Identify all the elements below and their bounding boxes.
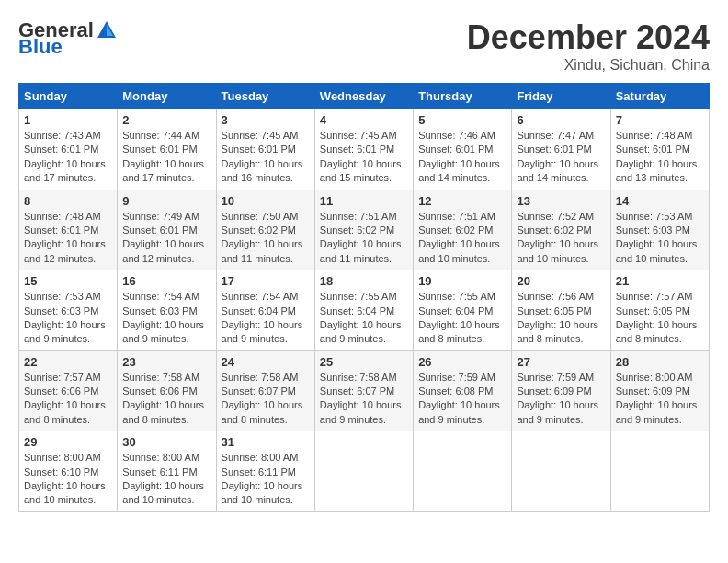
calendar-cell: 26 Sunrise: 7:59 AMSunset: 6:08 PMDaylig… <box>414 350 512 431</box>
day-number: 8 <box>24 194 112 208</box>
day-number: 11 <box>320 194 408 208</box>
calendar-cell <box>610 431 709 512</box>
day-number: 6 <box>517 113 605 127</box>
calendar-week-row: 22 Sunrise: 7:57 AMSunset: 6:06 PMDaylig… <box>19 350 710 431</box>
calendar-week-row: 1 Sunrise: 7:43 AMSunset: 6:01 PMDayligh… <box>19 109 710 190</box>
day-info: Sunrise: 7:58 AMSunset: 6:07 PMDaylight:… <box>222 372 303 425</box>
day-info: Sunrise: 7:51 AMSunset: 6:02 PMDaylight:… <box>320 211 402 264</box>
day-number: 24 <box>222 355 310 369</box>
calendar-cell: 8 Sunrise: 7:48 AMSunset: 6:01 PMDayligh… <box>19 190 118 270</box>
calendar-header-row: SundayMondayTuesdayWednesdayThursdayFrid… <box>19 84 710 109</box>
calendar-cell: 18 Sunrise: 7:55 AMSunset: 6:04 PMDaylig… <box>314 270 413 351</box>
day-info: Sunrise: 7:58 AMSunset: 6:06 PMDaylight:… <box>122 372 204 425</box>
calendar-week-row: 15 Sunrise: 7:53 AMSunset: 6:03 PMDaylig… <box>19 270 710 351</box>
day-info: Sunrise: 7:56 AMSunset: 6:05 PMDaylight:… <box>517 291 598 344</box>
logo: General Blue <box>18 18 118 59</box>
day-number: 30 <box>122 435 210 449</box>
logo-icon <box>96 19 118 41</box>
day-info: Sunrise: 7:44 AMSunset: 6:01 PMDaylight:… <box>122 130 204 183</box>
day-number: 27 <box>517 355 605 369</box>
day-number: 4 <box>320 113 408 127</box>
day-info: Sunrise: 7:48 AMSunset: 6:01 PMDaylight:… <box>24 211 106 264</box>
day-info: Sunrise: 7:53 AMSunset: 6:03 PMDaylight:… <box>616 211 698 264</box>
calendar-week-row: 8 Sunrise: 7:48 AMSunset: 6:01 PMDayligh… <box>19 190 710 270</box>
day-number: 26 <box>418 355 506 369</box>
day-info: Sunrise: 7:54 AMSunset: 6:04 PMDaylight:… <box>222 291 303 344</box>
calendar-cell <box>414 431 512 512</box>
title-block: December 2024 Xindu, Sichuan, China <box>467 18 710 74</box>
day-number: 17 <box>222 274 310 288</box>
day-info: Sunrise: 7:55 AMSunset: 6:04 PMDaylight:… <box>320 291 402 344</box>
calendar-header-tuesday: Tuesday <box>216 84 314 109</box>
calendar-week-row: 29 Sunrise: 8:00 AMSunset: 6:10 PMDaylig… <box>19 431 710 512</box>
calendar-cell: 22 Sunrise: 7:57 AMSunset: 6:06 PMDaylig… <box>19 350 118 431</box>
calendar-cell: 16 Sunrise: 7:54 AMSunset: 6:03 PMDaylig… <box>118 270 216 351</box>
calendar-cell: 5 Sunrise: 7:46 AMSunset: 6:01 PMDayligh… <box>414 109 512 190</box>
calendar-cell: 15 Sunrise: 7:53 AMSunset: 6:03 PMDaylig… <box>19 270 118 351</box>
calendar-cell: 6 Sunrise: 7:47 AMSunset: 6:01 PMDayligh… <box>512 109 610 190</box>
day-number: 18 <box>320 274 408 288</box>
day-info: Sunrise: 8:00 AMSunset: 6:11 PMDaylight:… <box>222 452 303 505</box>
day-number: 2 <box>122 113 210 127</box>
day-number: 16 <box>122 274 210 288</box>
day-info: Sunrise: 7:43 AMSunset: 6:01 PMDaylight:… <box>24 130 106 183</box>
calendar-cell: 31 Sunrise: 8:00 AMSunset: 6:11 PMDaylig… <box>216 431 314 512</box>
day-info: Sunrise: 7:49 AMSunset: 6:01 PMDaylight:… <box>122 211 204 264</box>
day-number: 13 <box>517 194 605 208</box>
day-info: Sunrise: 7:57 AMSunset: 6:06 PMDaylight:… <box>24 372 106 425</box>
calendar-cell: 13 Sunrise: 7:52 AMSunset: 6:02 PMDaylig… <box>512 190 610 270</box>
day-number: 31 <box>222 435 310 449</box>
logo-blue-text: Blue <box>18 35 63 59</box>
day-number: 29 <box>24 435 112 449</box>
calendar-cell: 1 Sunrise: 7:43 AMSunset: 6:01 PMDayligh… <box>19 109 118 190</box>
day-info: Sunrise: 7:54 AMSunset: 6:03 PMDaylight:… <box>122 291 204 344</box>
day-number: 3 <box>222 113 310 127</box>
day-info: Sunrise: 7:45 AMSunset: 6:01 PMDaylight:… <box>222 130 303 183</box>
day-number: 20 <box>517 274 605 288</box>
calendar-header-wednesday: Wednesday <box>314 84 413 109</box>
location: Xindu, Sichuan, China <box>467 57 710 74</box>
day-number: 9 <box>122 194 210 208</box>
day-number: 19 <box>418 274 506 288</box>
calendar-cell: 21 Sunrise: 7:57 AMSunset: 6:05 PMDaylig… <box>610 270 709 351</box>
day-info: Sunrise: 7:46 AMSunset: 6:01 PMDaylight:… <box>418 130 500 183</box>
month-title: December 2024 <box>467 18 710 57</box>
calendar-cell: 2 Sunrise: 7:44 AMSunset: 6:01 PMDayligh… <box>118 109 216 190</box>
day-info: Sunrise: 7:55 AMSunset: 6:04 PMDaylight:… <box>418 291 500 344</box>
day-number: 23 <box>122 355 210 369</box>
day-number: 21 <box>616 274 704 288</box>
page-header: General Blue December 2024 Xindu, Sichua… <box>18 18 710 74</box>
day-info: Sunrise: 7:59 AMSunset: 6:09 PMDaylight:… <box>517 372 598 425</box>
day-info: Sunrise: 7:50 AMSunset: 6:02 PMDaylight:… <box>222 211 303 264</box>
day-info: Sunrise: 7:45 AMSunset: 6:01 PMDaylight:… <box>320 130 402 183</box>
calendar-cell: 23 Sunrise: 7:58 AMSunset: 6:06 PMDaylig… <box>118 350 216 431</box>
calendar-cell: 17 Sunrise: 7:54 AMSunset: 6:04 PMDaylig… <box>216 270 314 351</box>
day-info: Sunrise: 7:48 AMSunset: 6:01 PMDaylight:… <box>616 130 698 183</box>
calendar-cell: 30 Sunrise: 8:00 AMSunset: 6:11 PMDaylig… <box>118 431 216 512</box>
calendar-table: SundayMondayTuesdayWednesdayThursdayFrid… <box>18 83 710 512</box>
day-info: Sunrise: 7:57 AMSunset: 6:05 PMDaylight:… <box>616 291 698 344</box>
calendar-cell: 19 Sunrise: 7:55 AMSunset: 6:04 PMDaylig… <box>414 270 512 351</box>
calendar-cell: 27 Sunrise: 7:59 AMSunset: 6:09 PMDaylig… <box>512 350 610 431</box>
day-number: 10 <box>222 194 310 208</box>
calendar-cell: 4 Sunrise: 7:45 AMSunset: 6:01 PMDayligh… <box>314 109 413 190</box>
calendar-cell: 14 Sunrise: 7:53 AMSunset: 6:03 PMDaylig… <box>610 190 709 270</box>
day-info: Sunrise: 8:00 AMSunset: 6:10 PMDaylight:… <box>24 452 106 505</box>
calendar-cell: 20 Sunrise: 7:56 AMSunset: 6:05 PMDaylig… <box>512 270 610 351</box>
day-info: Sunrise: 8:00 AMSunset: 6:09 PMDaylight:… <box>616 372 698 425</box>
calendar-cell <box>314 431 413 512</box>
calendar-header-friday: Friday <box>512 84 610 109</box>
calendar-header-thursday: Thursday <box>414 84 512 109</box>
calendar-cell: 9 Sunrise: 7:49 AMSunset: 6:01 PMDayligh… <box>118 190 216 270</box>
calendar-cell: 7 Sunrise: 7:48 AMSunset: 6:01 PMDayligh… <box>610 109 709 190</box>
day-number: 5 <box>418 113 506 127</box>
day-number: 22 <box>24 355 112 369</box>
day-number: 28 <box>616 355 704 369</box>
calendar-cell: 11 Sunrise: 7:51 AMSunset: 6:02 PMDaylig… <box>314 190 413 270</box>
calendar-cell: 29 Sunrise: 8:00 AMSunset: 6:10 PMDaylig… <box>19 431 118 512</box>
day-number: 7 <box>616 113 704 127</box>
day-number: 1 <box>24 113 112 127</box>
day-info: Sunrise: 7:59 AMSunset: 6:08 PMDaylight:… <box>418 372 500 425</box>
calendar-header-saturday: Saturday <box>610 84 709 109</box>
calendar-cell: 3 Sunrise: 7:45 AMSunset: 6:01 PMDayligh… <box>216 109 314 190</box>
